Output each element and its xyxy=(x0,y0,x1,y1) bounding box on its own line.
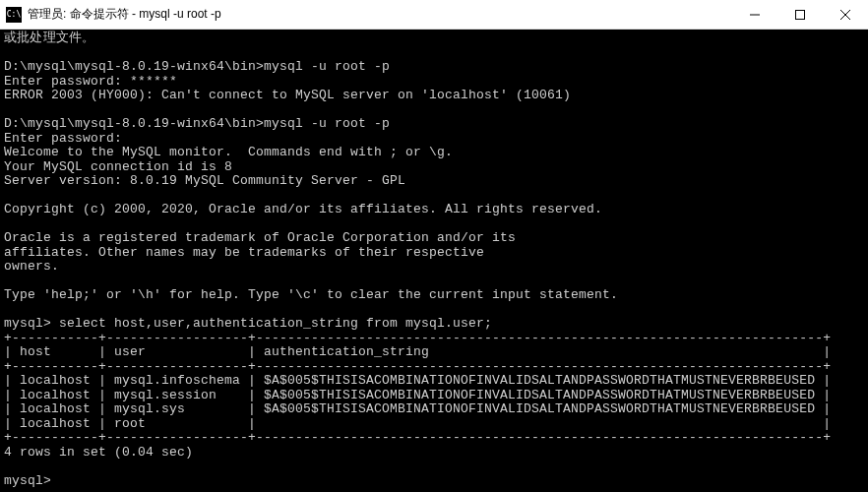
output-line: 4 rows in set (0.04 sec) xyxy=(4,445,193,460)
output-line: owners. xyxy=(4,259,59,274)
output-line: D:\mysql\mysql-8.0.19-winx64\bin>mysql -… xyxy=(4,116,390,131)
table-border: +-----------+------------------+--------… xyxy=(4,331,831,345)
table-row: | localhost | mysql.infoschema | $A$005$… xyxy=(4,373,831,388)
output-line: Oracle is a registered trademark of Orac… xyxy=(4,230,516,245)
table-row: | localhost | root | | xyxy=(4,416,831,431)
table-border: +-----------+------------------+--------… xyxy=(4,430,831,445)
close-button[interactable] xyxy=(823,0,868,30)
table-header: | host | user | authentication_string | xyxy=(4,344,831,359)
output-line: mysql> select host,user,authentication_s… xyxy=(4,316,492,331)
output-line: Enter password: xyxy=(4,131,122,146)
output-line: Your MySQL connection id is 8 xyxy=(4,159,232,174)
table-row: | localhost | mysql.session | $A$005$THI… xyxy=(4,388,831,402)
output-line: ERROR 2003 (HY000): Can't connect to MyS… xyxy=(4,88,571,102)
output-line: Copyright (c) 2000, 2020, Oracle and/or … xyxy=(4,202,602,216)
output-line: Type 'help;' or '\h' for help. Type '\c'… xyxy=(4,287,618,302)
terminal-output[interactable]: 或批处理文件。 D:\mysql\mysql-8.0.19-winx64\bin… xyxy=(0,30,868,492)
maximize-button[interactable] xyxy=(777,0,823,30)
cmd-icon: C:\ xyxy=(6,7,22,23)
output-line: Server version: 8.0.19 MySQL Community S… xyxy=(4,173,405,188)
svg-rect-1 xyxy=(796,10,805,19)
mysql-prompt: mysql> xyxy=(4,473,59,488)
output-line: 或批处理文件。 xyxy=(4,31,94,45)
minimize-button[interactable] xyxy=(732,0,777,30)
window-titlebar: C:\ 管理员: 命令提示符 - mysql -u root -p xyxy=(0,0,868,30)
table-row: | localhost | mysql.sys | $A$005$THISISA… xyxy=(4,401,831,416)
window-title: 管理员: 命令提示符 - mysql -u root -p xyxy=(28,6,221,23)
output-line: Enter password: ****** xyxy=(4,74,177,89)
output-line: D:\mysql\mysql-8.0.19-winx64\bin>mysql -… xyxy=(4,59,390,74)
output-line: Welcome to the MySQL monitor. Commands e… xyxy=(4,145,453,159)
table-border: +-----------+------------------+--------… xyxy=(4,359,831,374)
output-line: affiliates. Other names may be trademark… xyxy=(4,245,484,260)
